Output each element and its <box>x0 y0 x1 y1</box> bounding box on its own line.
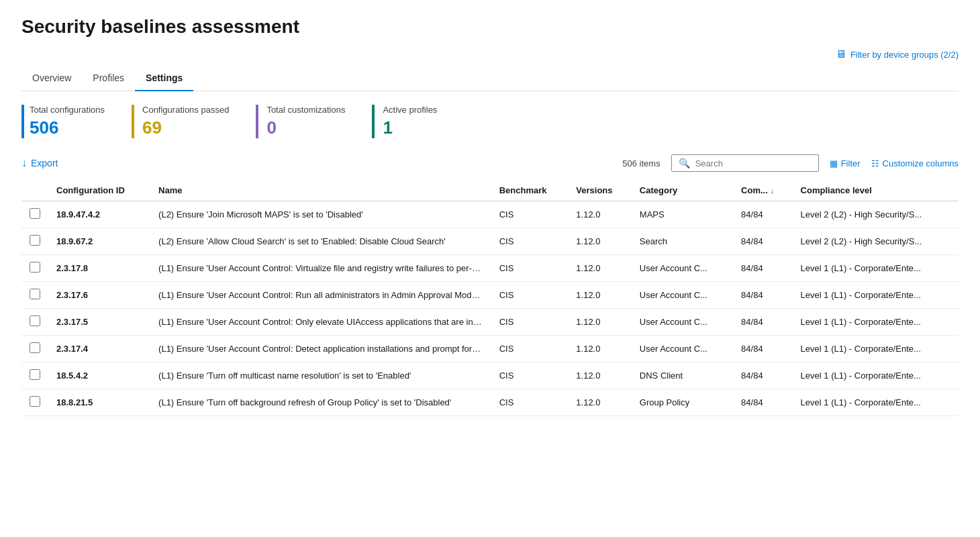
row-compliance-level: Level 1 (L1) - Corporate/Ente... <box>793 336 959 362</box>
row-checkbox[interactable] <box>30 208 40 219</box>
filter-device-label: Filter by device groups (2/2) <box>850 50 959 60</box>
stat-active-profiles-value: 1 <box>383 117 437 138</box>
row-compliance: 84/84 <box>733 228 793 255</box>
th-benchmark: Benchmark <box>491 180 569 201</box>
row-name: (L2) Ensure 'Allow Cloud Search' is set … <box>150 228 491 255</box>
row-category: User Account C... <box>632 336 733 362</box>
tab-overview[interactable]: Overview <box>21 66 82 91</box>
row-compliance-level: Level 1 (L1) - Corporate/Ente... <box>793 389 959 416</box>
row-versions: 1.12.0 <box>568 201 632 228</box>
row-category: DNS Client <box>632 362 733 389</box>
search-box: 🔍 <box>671 154 819 172</box>
row-checkbox-cell <box>21 336 48 362</box>
row-name: (L1) Ensure 'User Account Control: Virtu… <box>150 255 491 282</box>
table-row: 2.3.17.4 (L1) Ensure 'User Account Contr… <box>21 336 959 362</box>
row-versions: 1.12.0 <box>568 309 632 336</box>
row-category: User Account C... <box>632 282 733 309</box>
stat-total-custom: Total customizations 0 <box>256 105 361 138</box>
row-category: Group Policy <box>632 389 733 416</box>
filter-label: Filter <box>841 158 861 168</box>
row-compliance: 84/84 <box>733 362 793 389</box>
row-name: (L2) Ensure 'Join Microsoft MAPS' is set… <box>150 201 491 228</box>
th-category: Category <box>632 180 733 201</box>
row-checkbox-cell <box>21 282 48 309</box>
row-compliance: 84/84 <box>733 255 793 282</box>
th-compliance[interactable]: Com... ↓ <box>733 180 793 201</box>
search-input[interactable] <box>695 158 812 168</box>
export-label: Export <box>31 158 58 168</box>
row-category: User Account C... <box>632 309 733 336</box>
top-bar: 🖥 Filter by device groups (2/2) <box>21 48 959 60</box>
stat-total-configs-value: 506 <box>30 117 105 138</box>
row-config-id: 18.9.67.2 <box>48 228 150 255</box>
row-checkbox[interactable] <box>30 315 40 326</box>
stats-row: Total configurations 506 Configurations … <box>21 105 959 138</box>
stat-active-profiles-label: Active profiles <box>383 105 437 115</box>
row-checkbox-cell <box>21 255 48 282</box>
filter-device-groups-button[interactable]: 🖥 Filter by device groups (2/2) <box>836 48 959 60</box>
stat-configs-passed: Configurations passed 69 <box>132 105 245 138</box>
table-row: 18.9.67.2 (L2) Ensure 'Allow Cloud Searc… <box>21 228 959 255</box>
row-name: (L1) Ensure 'User Account Control: Detec… <box>150 336 491 362</box>
row-benchmark: CIS <box>491 255 569 282</box>
row-name: (L1) Ensure 'Turn off multicast name res… <box>150 362 491 389</box>
row-benchmark: CIS <box>491 228 569 255</box>
th-name: Name <box>150 180 491 201</box>
stat-active-profiles: Active profiles 1 <box>372 105 453 138</box>
row-checkbox[interactable] <box>30 369 40 380</box>
row-checkbox-cell <box>21 389 48 416</box>
stat-total-custom-value: 0 <box>266 117 345 138</box>
row-checkbox[interactable] <box>30 396 40 407</box>
row-checkbox[interactable] <box>30 235 40 246</box>
row-benchmark: CIS <box>491 336 569 362</box>
row-compliance-level: Level 1 (L1) - Corporate/Ente... <box>793 255 959 282</box>
columns-icon: ☷ <box>871 158 879 168</box>
row-name: (L1) Ensure 'User Account Control: Only … <box>150 309 491 336</box>
row-compliance-level: Level 2 (L2) - High Security/S... <box>793 201 959 228</box>
toolbar: ↓ Export 506 items 🔍 ▦ Filter ☷ Customiz… <box>21 154 959 172</box>
row-compliance: 84/84 <box>733 336 793 362</box>
row-checkbox[interactable] <box>30 342 40 353</box>
customize-columns-button[interactable]: ☷ Customize columns <box>871 158 959 168</box>
row-benchmark: CIS <box>491 282 569 309</box>
sort-icon: ↓ <box>771 187 775 195</box>
row-config-id: 18.5.4.2 <box>48 362 150 389</box>
tab-profiles[interactable]: Profiles <box>82 66 135 91</box>
export-button[interactable]: ↓ Export <box>21 157 58 169</box>
stat-total-configs: Total configurations 506 <box>21 105 121 138</box>
row-benchmark: CIS <box>491 309 569 336</box>
row-compliance-level: Level 2 (L2) - High Security/S... <box>793 228 959 255</box>
row-category: Search <box>632 228 733 255</box>
row-category: MAPS <box>632 201 733 228</box>
th-compliance-level: Compliance level <box>793 180 959 201</box>
page-container: Security baselines assessment 🖥 Filter b… <box>0 0 980 432</box>
row-category: User Account C... <box>632 255 733 282</box>
row-config-id: 18.9.47.4.2 <box>48 201 150 228</box>
page-title: Security baselines assessment <box>21 16 959 38</box>
row-compliance-level: Level 1 (L1) - Corporate/Ente... <box>793 309 959 336</box>
row-checkbox-cell <box>21 309 48 336</box>
th-config-id: Configuration ID <box>48 180 150 201</box>
row-checkbox[interactable] <box>30 262 40 273</box>
row-versions: 1.12.0 <box>568 389 632 416</box>
row-checkbox[interactable] <box>30 289 40 299</box>
row-config-id: 2.3.17.6 <box>48 282 150 309</box>
row-benchmark: CIS <box>491 389 569 416</box>
tabs-bar: Overview Profiles Settings <box>21 66 959 91</box>
row-compliance-level: Level 1 (L1) - Corporate/Ente... <box>793 282 959 309</box>
row-config-id: 2.3.17.5 <box>48 309 150 336</box>
row-versions: 1.12.0 <box>568 255 632 282</box>
row-versions: 1.12.0 <box>568 228 632 255</box>
filter-button[interactable]: ▦ Filter <box>830 158 861 168</box>
row-checkbox-cell <box>21 201 48 228</box>
table-row: 2.3.17.6 (L1) Ensure 'User Account Contr… <box>21 282 959 309</box>
row-compliance: 84/84 <box>733 389 793 416</box>
row-compliance: 84/84 <box>733 201 793 228</box>
row-checkbox-cell <box>21 362 48 389</box>
row-versions: 1.12.0 <box>568 362 632 389</box>
search-icon: 🔍 <box>679 158 690 168</box>
row-compliance: 84/84 <box>733 309 793 336</box>
tab-settings[interactable]: Settings <box>135 66 193 91</box>
row-name: (L1) Ensure 'User Account Control: Run a… <box>150 282 491 309</box>
filter-icon: ▦ <box>830 158 838 168</box>
